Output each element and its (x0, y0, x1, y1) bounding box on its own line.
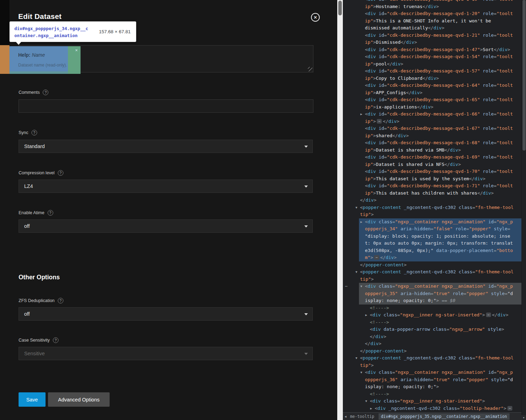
code-line[interactable]: <div id="cdk-describedby-message-qvd-1-7… (343, 182, 521, 190)
devtools-scrollbar-thumb[interactable] (522, 0, 526, 150)
code-line[interactable]: ip">Dataset is shared via NFS</div> (343, 161, 521, 168)
code-line[interactable]: dismissed automatically</div> (343, 24, 521, 32)
code-line[interactable]: </popper-content> (343, 261, 521, 269)
code-line[interactable]: <div id="cdk-describedby-message-qvd-1-1… (343, 0, 521, 3)
code-line[interactable]: <!----> (343, 304, 521, 312)
code-line[interactable]: ▶<div class="ngxp__container ngxp__anima… (343, 218, 521, 226)
form-scrollbar-thumb[interactable] (338, 1, 342, 15)
code-line[interactable]: ▼<popper-content _ngcontent-qvd-c302 cla… (343, 355, 521, 362)
code-line[interactable]: ip">Dataset is shared via SMB</div> (343, 147, 521, 154)
atime-select[interactable]: off (19, 219, 313, 233)
help-icon[interactable]: ? (48, 210, 53, 216)
devtools-scrollbar[interactable] (521, 0, 526, 415)
code-line[interactable]: oppperjs_34" aria-hidden="false" role="p… (343, 225, 521, 233)
sync-select[interactable]: Standard (19, 140, 313, 153)
form-scrollbar[interactable] (337, 0, 343, 420)
code-line[interactable]: oppperjs_36" aria-hidden="true" role="po… (343, 376, 521, 384)
compression-select[interactable]: LZ4 (19, 180, 313, 193)
code-line[interactable]: <div id="cdk-describedby-message-qvd-1-6… (343, 96, 521, 104)
code-line[interactable]: t: 0px auto auto 0px; margin: 0px; trans… (343, 240, 521, 247)
resize-handle-icon[interactable] (308, 67, 312, 71)
tooltip-close-icon[interactable]: × (75, 48, 78, 53)
breadcrumb-item-partial[interactable]: me-tooltip (348, 414, 375, 419)
twisty-expanded-icon[interactable]: ▼ (360, 283, 365, 290)
code-line[interactable]: tip"> (343, 362, 521, 369)
twisty-expanded-icon[interactable]: ▼ (365, 398, 370, 405)
breadcrumb-item-current[interactable]: div#ngx_poppperjs_35.ngxp__container.ngx… (379, 413, 510, 420)
code-line[interactable]: ip">ix-applications</div> (343, 104, 521, 111)
chevron-left-icon[interactable]: ◀ (343, 415, 348, 418)
help-icon[interactable]: ? (58, 298, 63, 303)
code-line[interactable]: <div id="cdk-describedby-message-qvd-1-6… (343, 154, 521, 161)
close-icon[interactable]: ✕ (311, 13, 320, 22)
code-gutter (343, 233, 359, 240)
help-icon[interactable]: ? (32, 130, 37, 135)
code-line[interactable]: ip">This dataset has children with share… (343, 190, 521, 197)
code-line[interactable]: <div id="cdk-describedby-message-qvd-1-5… (343, 53, 521, 61)
code-line[interactable]: <div data-popper-arrow class="ngxp__arro… (343, 326, 521, 333)
code-line[interactable]: ip">Copy to Clipboard</div> (343, 75, 521, 82)
twisty-collapsed-icon[interactable]: ▶ (365, 312, 370, 319)
code-line[interactable]: isplay: none; opacity: 0;"> (343, 383, 521, 391)
code-line[interactable]: <div id="cdk-describedby-message-qvd-1-7… (343, 168, 521, 175)
code-line[interactable]: ▼<div class="ngxp__container ngxp__anima… (343, 369, 521, 376)
code-line[interactable]: ▼<popper-content _ngcontent-qvd-c302 cla… (343, 268, 521, 276)
code-line[interactable]: "display: block; opacity: 1; position: a… (343, 233, 521, 240)
code-line[interactable]: isplay: none; opacity: 0;"> == $0 (343, 297, 521, 304)
code-line[interactable]: ▶<div class="ngxp__inner ng-star-inserte… (343, 312, 521, 319)
code-line[interactable]: ▼<div class="ngxp__inner ng-star-inserte… (343, 398, 521, 405)
code-line[interactable]: ip">APP_Configs</div> (343, 89, 521, 97)
code-line[interactable]: <div id="cdk-describedby-message-qvd-1-6… (343, 125, 521, 132)
code-line[interactable]: ⋯▼<div class="ngxp__container ngxp__anim… (343, 283, 521, 290)
code-line[interactable]: tip"> (343, 211, 521, 218)
advanced-options-button[interactable]: Advanced Options (48, 392, 110, 407)
ellipsis-icon[interactable]: ⋯ (377, 119, 382, 124)
ellipsis-icon[interactable]: ⋯ (374, 255, 379, 260)
code-line[interactable]: ip">Hostname: truenas</div> (343, 3, 521, 10)
scroll-down-icon[interactable]: ▼ (521, 415, 526, 420)
code-line[interactable]: <!----> (343, 319, 521, 326)
code-line[interactable]: tip"> (343, 276, 521, 283)
twisty-expanded-icon[interactable]: ▼ (355, 204, 360, 211)
twisty-collapsed-icon[interactable]: ▶ (360, 111, 365, 118)
twisty-collapsed-icon[interactable]: ▶ (360, 218, 365, 226)
save-button[interactable]: Save (19, 392, 46, 407)
code-line[interactable]: ip">This is a ONE-SHOT Info alert, it wo… (343, 18, 521, 25)
twisty-expanded-icon[interactable]: ▼ (355, 268, 360, 276)
code-line[interactable]: <div id="cdk-describedby-message-qvd-1-6… (343, 139, 521, 147)
code-line[interactable]: oppperjs_35" aria-hidden="true" role="po… (343, 290, 521, 298)
code-line[interactable]: ▶<div id="cdk-describedby-message-qvd-1-… (343, 111, 521, 118)
code-line[interactable]: </popper-content> (343, 348, 521, 355)
code-line[interactable]: <div id="cdk-describedby-message-qvd-1-6… (343, 82, 521, 89)
code-line[interactable]: ip">This dataset is used by the system</… (343, 175, 521, 183)
code-line[interactable]: ▶<div _ngcontent-qvd-c302 class="tooltip… (343, 405, 521, 412)
code-gutter (343, 46, 359, 54)
code-line[interactable]: e3d(508px, -885px, 0px);" data-popper-pl… (343, 247, 521, 254)
code-line[interactable]: ▼<popper-content _ngcontent-qvd-c302 cla… (343, 204, 521, 211)
code-line[interactable]: <div id="cdk-describedby-message-qvd-1-5… (343, 68, 521, 75)
code-line[interactable]: <!----> (343, 391, 521, 398)
help-icon[interactable]: ? (58, 170, 63, 176)
code-line[interactable]: </div> (343, 333, 521, 341)
ellipsis-icon[interactable]: ⋯ (486, 313, 491, 317)
more-actions-icon[interactable]: ⋯ (343, 283, 359, 290)
code-line[interactable]: <div id="cdk-describedby-message-qvd-1-2… (343, 32, 521, 39)
dedup-select[interactable]: off (19, 307, 313, 321)
code-line[interactable]: ip">pool</div> (343, 61, 521, 68)
code-line[interactable]: m">⋯</div> (343, 254, 521, 261)
help-icon[interactable]: ? (43, 90, 48, 95)
comments-input[interactable] (19, 99, 313, 113)
twisty-collapsed-icon[interactable]: ▶ (370, 405, 375, 412)
code-line[interactable]: </div> (343, 197, 521, 204)
code-line[interactable]: ip">⋯</div> (343, 118, 521, 125)
code-line[interactable]: ip">Dismissed</div> (343, 39, 521, 46)
code-line[interactable]: </div> (343, 340, 521, 348)
ellipsis-icon[interactable]: ⋯ (507, 406, 512, 411)
help-icon[interactable]: ? (53, 337, 58, 343)
twisty-expanded-icon[interactable]: ▼ (355, 355, 360, 362)
code-line[interactable]: ip">shared</div> (343, 132, 521, 140)
code-gutter (343, 61, 359, 68)
code-line[interactable]: <div id="cdk-describedby-message-qvd-1-2… (343, 10, 521, 18)
twisty-expanded-icon[interactable]: ▼ (360, 369, 365, 376)
code-line[interactable]: <div id="cdk-describedby-message-qvd-1-4… (343, 46, 521, 54)
